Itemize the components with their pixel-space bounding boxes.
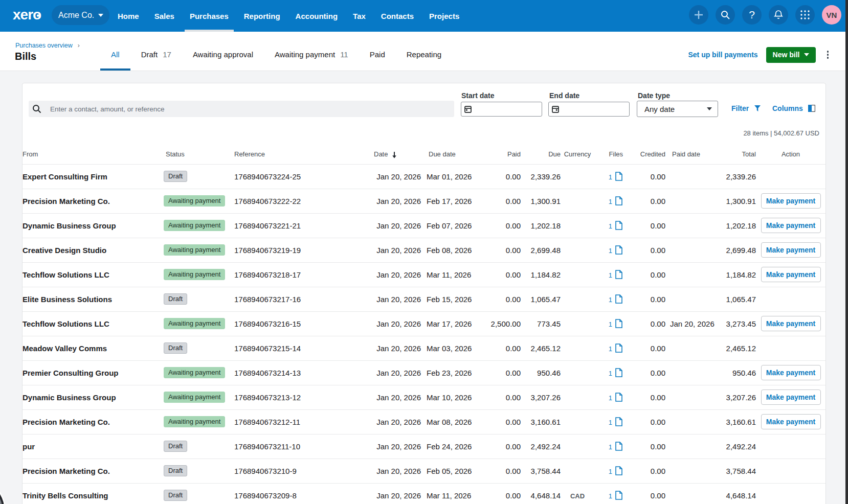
svg-text:xero: xero: [13, 7, 41, 22]
